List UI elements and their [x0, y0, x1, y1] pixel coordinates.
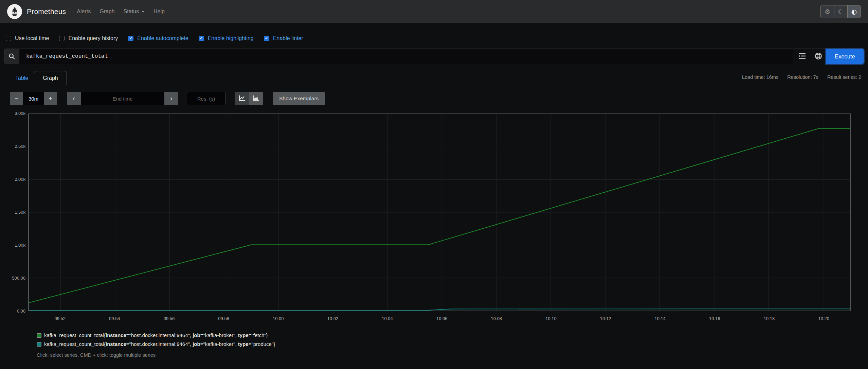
nav-item-graph: Graph	[100, 8, 114, 15]
tab-table[interactable]: Table	[10, 71, 34, 85]
stacked-chart-icon	[253, 95, 259, 102]
y-tick-label: 0.00	[0, 309, 25, 314]
checkbox-unchecked-icon[interactable]	[59, 36, 65, 41]
x-tick-label: 10:06	[436, 316, 448, 321]
result-series: Result series: 2	[827, 74, 861, 80]
option-enable-query-history[interactable]: Enable query history	[59, 35, 118, 41]
legend-series-name: kafka_request_count_total{instance="host…	[44, 332, 268, 338]
range-increase-button[interactable]: +	[44, 92, 57, 105]
metrics-explorer-icon	[798, 53, 806, 60]
y-tick-label: 1.00k	[0, 243, 25, 248]
x-tick-label: 10:12	[600, 316, 611, 321]
chart-type-group	[235, 92, 263, 105]
x-tick-label: 09:54	[109, 316, 120, 321]
x-tick-label: 09:58	[218, 316, 229, 321]
option-enable-highlighting[interactable]: ✓Enable highlighting	[199, 35, 254, 41]
dark-theme-button[interactable]: ☾	[834, 5, 847, 18]
query-input-group: Execute	[4, 49, 864, 64]
end-time-group: ‹ ›	[67, 92, 178, 105]
checkbox-checked-icon[interactable]: ✓	[128, 36, 133, 41]
moon-icon: ☾	[838, 8, 844, 15]
tab-graph[interactable]: Graph	[34, 71, 67, 85]
app-title: Prometheus	[27, 7, 66, 16]
range-group: − +	[10, 92, 57, 105]
series-line-0	[29, 128, 850, 302]
legend-series-name: kafka_request_count_total{instance="host…	[44, 341, 275, 347]
legend-item-0[interactable]: kafka_request_count_total{instance="host…	[37, 332, 275, 338]
options-row: Use local timeEnable query history✓Enabl…	[0, 23, 868, 44]
nav-link-label: Status	[124, 8, 139, 15]
nav-link-help[interactable]: Help	[153, 8, 165, 15]
chart-panel: 3.00k2.50k2.00k1.50k1.00k500.000.00 09:5…	[0, 113, 868, 266]
navbar: Prometheus AlertsGraphStatusHelp ⚙ ☾ ◐	[0, 0, 868, 23]
x-tick-label: 10:10	[545, 316, 557, 321]
resolution-input[interactable]	[187, 92, 225, 105]
x-tick-label: 10:02	[327, 316, 339, 321]
option-enable-autocomplete[interactable]: ✓Enable autocomplete	[128, 35, 188, 41]
search-icon	[4, 49, 19, 64]
option-enable-linter[interactable]: ✓Enable linter	[264, 35, 303, 41]
theme-toggle-group: ⚙ ☾ ◐	[820, 5, 861, 18]
gear-icon: ⚙	[825, 8, 830, 15]
option-label: Enable query history	[68, 35, 118, 41]
globe-icon	[815, 52, 822, 61]
x-tick-label: 10:20	[818, 316, 829, 321]
legend-hint: Click: select series, CMD + click: toggl…	[37, 352, 156, 358]
nav-link-graph[interactable]: Graph	[100, 8, 114, 15]
chart-legend: kafka_request_count_total{instance="host…	[37, 332, 275, 347]
checkbox-checked-icon[interactable]: ✓	[199, 36, 204, 41]
nav-link-label: Help	[153, 8, 165, 15]
nav-link-label: Alerts	[77, 8, 91, 15]
tabs-row: Table Graph Load time: 16ms Resolution: …	[10, 70, 868, 85]
series-line-1	[29, 309, 850, 310]
end-time-input[interactable]	[81, 92, 164, 105]
option-label: Enable autocomplete	[137, 35, 188, 41]
option-label: Use local time	[15, 35, 49, 41]
x-tick-label: 09:52	[54, 316, 66, 321]
range-input[interactable]	[23, 92, 44, 105]
legend-item-1[interactable]: kafka_request_count_total{instance="host…	[37, 341, 275, 347]
y-tick-label: 2.50k	[0, 144, 25, 149]
nav-item-help: Help	[153, 8, 165, 15]
load-time: Load time: 16ms	[742, 74, 778, 80]
checkbox-unchecked-icon[interactable]	[6, 36, 11, 41]
metrics-explorer-button[interactable]	[794, 49, 810, 64]
nav-link-alerts[interactable]: Alerts	[77, 8, 91, 15]
settings-theme-button[interactable]: ⚙	[821, 5, 834, 18]
x-tick-label: 10:00	[273, 316, 284, 321]
time-back-button[interactable]: ‹	[67, 92, 81, 105]
globe-button[interactable]	[810, 49, 826, 64]
x-tick-label: 10:16	[709, 316, 720, 321]
line-chart-button[interactable]	[235, 92, 249, 105]
expression-input[interactable]	[19, 49, 794, 64]
nav-item-alerts: Alerts	[77, 8, 91, 15]
y-tick-label: 1.50k	[0, 210, 25, 215]
y-tick-label: 500.00	[0, 276, 25, 281]
range-decrease-button[interactable]: −	[10, 92, 23, 105]
option-label: Enable linter	[273, 35, 303, 41]
nav-item-status: Status	[124, 8, 145, 15]
auto-theme-button[interactable]: ◐	[847, 5, 861, 18]
nav-link-label: Graph	[100, 8, 114, 15]
contrast-icon: ◐	[851, 8, 857, 15]
y-tick-label: 3.00k	[0, 111, 25, 116]
nav-links: AlertsGraphStatusHelp	[77, 8, 165, 15]
stacked-chart-button[interactable]	[249, 92, 263, 105]
query-stats: Load time: 16ms Resolution: 7s Result se…	[742, 74, 861, 80]
y-tick-label: 2.00k	[0, 177, 25, 182]
chevron-down-icon	[141, 11, 145, 13]
resolution: Resolution: 7s	[787, 74, 818, 80]
checkbox-checked-icon[interactable]: ✓	[264, 36, 269, 41]
nav-link-status[interactable]: Status	[124, 8, 145, 15]
option-use-local-time[interactable]: Use local time	[6, 35, 49, 41]
x-tick-label: 10:14	[654, 316, 666, 321]
x-tick-label: 09:56	[164, 316, 175, 321]
option-label: Enable highlighting	[208, 35, 254, 41]
time-forward-button[interactable]: ›	[164, 92, 178, 105]
prometheus-brand[interactable]: Prometheus	[7, 4, 66, 19]
show-exemplars-button[interactable]: Show Exemplars	[273, 92, 325, 105]
x-tick-label: 10:08	[491, 316, 502, 321]
execute-button[interactable]: Execute	[826, 49, 864, 64]
graph-controls: − + ‹ › Show Exemplars	[10, 92, 868, 105]
plot-area[interactable]	[28, 113, 851, 311]
